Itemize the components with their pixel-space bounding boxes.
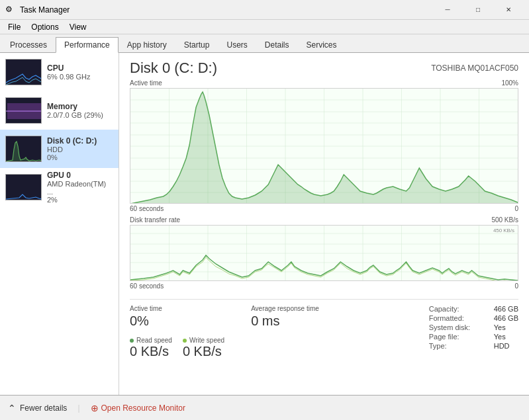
gpu-mini-graph [5,174,42,200]
active-time-stat-label: Active time [130,305,224,312]
disk-val: 0% [47,153,113,161]
active-time-zero: 0 [514,205,518,212]
formatted-val: 466 GB [494,314,518,322]
info-row-page-file: Page file: Yes [429,333,518,341]
sidebar-item-cpu[interactable]: CPU 6% 0.98 GHz [0,53,119,91]
tab-app-history[interactable]: App history [119,36,175,52]
menu-view[interactable]: View [64,21,92,33]
tab-startup[interactable]: Startup [175,36,218,52]
tab-processes[interactable]: Processes [1,36,56,52]
type-key: Type: [429,342,489,350]
close-button[interactable]: ✕ [493,0,524,20]
write-speed-value: 0 KB/s [183,344,224,359]
title-bar: ⚙ Task Manager ─ □ ✕ [0,0,529,20]
active-time-stat-value: 0% [130,314,224,329]
transfer-rate-zero: 0 [514,282,518,290]
active-time-label-row: Active time 100% [130,79,518,87]
tab-performance[interactable]: Performance [56,37,119,53]
tab-details[interactable]: Details [256,36,298,52]
tab-bar: Processes Performance App history Startu… [0,34,529,53]
right-panel: Disk 0 (C: D:) TOSHIBA MQ01ACF050 Active… [119,53,529,395]
active-time-stat: Active time 0% [130,305,224,329]
tab-users[interactable]: Users [218,36,256,52]
menu-bar: File Options View [0,20,529,34]
transfer-rate-time-label: 60 seconds [130,282,164,290]
disk-mini-graph [5,136,42,162]
svg-text:450 KB/s: 450 KB/s [493,228,514,233]
disk-info: Disk 0 (C: D:) HDD 0% [47,136,113,161]
disk-model: TOSHIBA MQ01ACF050 [431,60,518,73]
info-row-type: Type: HDD [429,342,518,350]
svg-rect-3 [6,136,42,162]
menu-options[interactable]: Options [26,21,64,33]
speed-row: Read speed 0 KB/s Write speed 0 KB/s [130,337,224,359]
transfer-rate-label-row: Disk transfer rate 500 KB/s [130,216,518,224]
cpu-sub: 6% 0.98 GHz [47,73,113,81]
info-row-system-disk: System disk: Yes [429,323,518,331]
sidebar-item-disk0[interactable]: Disk 0 (C: D:) HDD 0% [0,130,119,168]
capacity-key: Capacity: [429,305,489,313]
system-disk-key: System disk: [429,323,489,331]
gpu-val: 2% [47,196,113,204]
stats-left: Active time 0% Read speed 0 KB/s [130,305,429,359]
sidebar-item-memory[interactable]: Memory 2.0/7.0 GB (29%) [0,91,119,130]
active-time-bottom-row: 60 seconds 0 [130,205,518,212]
read-speed-block: Read speed 0 KB/s [130,337,172,359]
avg-response-stat: Average response time 0 ms [251,305,319,359]
cpu-name: CPU [47,63,113,73]
transfer-rate-label: Disk transfer rate [130,216,180,224]
avg-response-value: 0 ms [251,314,319,329]
main-content: CPU 6% 0.98 GHz Memory 2.0/7.0 GB (29%) [0,53,529,395]
gpu-name: GPU 0 [47,171,113,180]
title-bar-text: Task Manager [20,5,432,15]
memory-mini-graph [5,97,42,124]
avg-response-label: Average response time [251,305,319,312]
menu-file[interactable]: File [3,21,26,33]
read-dot [130,339,134,343]
tab-services[interactable]: Services [298,36,346,52]
active-time-time-label: 60 seconds [130,205,164,212]
active-time-chart [130,88,518,204]
read-speed-value: 0 KB/s [130,344,172,359]
transfer-rate-bottom-row: 60 seconds 0 [130,282,518,290]
memory-sub: 2.0/7.0 GB (29%) [47,111,113,119]
page-file-val: Yes [494,333,506,341]
active-time-max: 100% [501,79,518,87]
info-table: Capacity: 466 GB Formatted: 466 GB Syste… [429,305,518,350]
gpu-info: GPU 0 AMD Radeon(TM) ... 2% [47,171,113,204]
capacity-val: 466 GB [494,305,518,313]
info-row-formatted: Formatted: 466 GB [429,314,518,322]
open-monitor-label: Open Resource Monitor [101,403,185,413]
disk-title: Disk 0 (C: D:) [130,60,217,77]
separator: | [77,403,79,413]
open-resource-monitor-button[interactable]: ⊕ Open Resource Monitor [91,403,185,413]
write-dot [183,339,187,343]
transfer-rate-chart: 450 KB/s [130,225,518,281]
app-icon: ⚙ [5,5,16,15]
write-speed-label: Write speed [183,337,224,344]
gpu-sub: AMD Radeon(TM) ... [47,180,113,196]
svg-rect-0 [6,60,42,85]
transfer-rate-section: Disk transfer rate 500 KB/s 450 KB/s [130,216,518,290]
formatted-key: Formatted: [429,314,489,322]
sidebar: CPU 6% 0.98 GHz Memory 2.0/7.0 GB (29%) [0,53,119,395]
write-speed-block: Write speed 0 KB/s [183,337,224,359]
info-row-capacity: Capacity: 466 GB [429,305,518,313]
page-file-key: Page file: [429,333,489,341]
memory-info: Memory 2.0/7.0 GB (29%) [47,102,113,119]
stats-area: Active time 0% Read speed 0 KB/s [130,299,518,359]
read-speed-label: Read speed [130,337,172,344]
sidebar-item-gpu0[interactable]: GPU 0 AMD Radeon(TM) ... 2% [0,168,119,206]
monitor-icon: ⊕ [91,403,99,413]
active-time-label: Active time [130,79,162,87]
disk-name: Disk 0 (C: D:) [47,136,113,146]
chevron-up-icon: ⌃ [8,403,16,413]
maximize-button[interactable]: □ [463,0,493,20]
title-bar-controls: ─ □ ✕ [432,0,524,20]
fewer-details-button[interactable]: ⌃ Fewer details [8,403,67,413]
system-disk-val: Yes [494,323,506,331]
memory-name: Memory [47,102,113,111]
disk-sub: HDD [47,146,113,153]
fewer-details-label: Fewer details [20,403,67,413]
minimize-button[interactable]: ─ [432,0,463,20]
